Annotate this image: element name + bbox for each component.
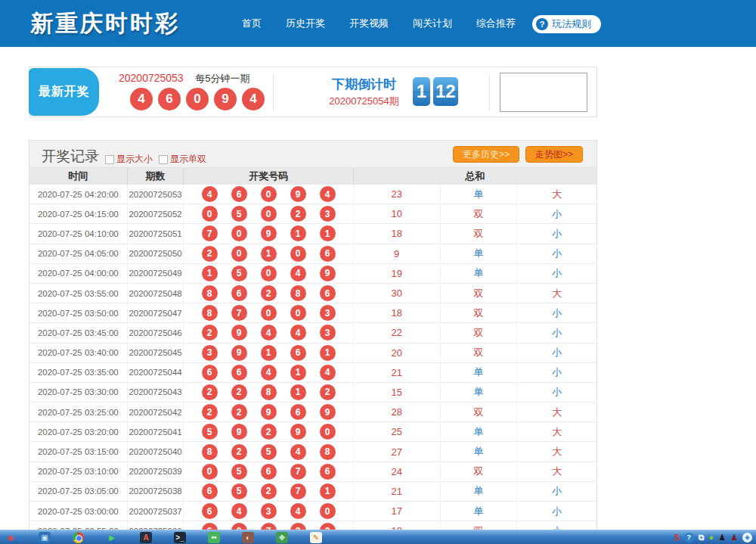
lottery-ball: 9: [261, 404, 277, 420]
row-odd-even: 单: [441, 264, 518, 283]
sogou-icon[interactable]: S: [674, 533, 679, 542]
row-odd-even: 双: [441, 343, 518, 362]
lottery-ball: 4: [261, 365, 277, 381]
windows-taskbar: ◉▣▶A>_••◐❖✎ S?⧉●♟♟◈: [0, 530, 756, 544]
row-period: 20200725038: [128, 482, 184, 501]
row-big-small: 大: [517, 185, 596, 204]
row-time: 2020-07-25 03:25:00: [29, 403, 128, 421]
show-bigsmall-checkbox[interactable]: 显示大小: [105, 153, 153, 166]
nav-item[interactable]: 历史开奖: [286, 17, 325, 30]
row-sum: 21: [354, 363, 441, 382]
current-period: 20200725053: [119, 72, 184, 84]
row-time: 2020-07-25 04:00:00: [29, 264, 128, 283]
launcher-icon[interactable]: ◉: [5, 532, 17, 543]
top-header: 新重庆时时彩 首页历史开奖开奖视频闯关计划综合推荐 ? 玩法规则: [0, 0, 756, 47]
row-time: 2020-07-25 03:45:00: [29, 323, 128, 342]
draw-frequency-note: 每5分钟一期: [195, 73, 249, 84]
table-row: 2020-07-25 03:20:00202007250415929025单大: [29, 422, 596, 442]
lottery-ball: 1: [290, 225, 306, 241]
table-row: 2020-07-25 04:15:00202007250520502310双小: [29, 204, 596, 224]
row-time: 2020-07-25 03:00:00: [29, 502, 128, 521]
notes-icon[interactable]: ✎: [310, 532, 322, 543]
lottery-ball: 0: [261, 305, 277, 321]
lottery-ball: 0: [290, 305, 306, 321]
rules-button[interactable]: ? 玩法规则: [532, 15, 601, 33]
lottery-ball: 1: [320, 345, 336, 361]
table-row: 2020-07-25 03:35:00202007250446641421单小: [29, 363, 596, 383]
show-oddeven-label: 显示单双: [170, 153, 206, 166]
row-odd-even: 双: [441, 284, 518, 303]
latest-draw-tab: 最新开奖: [29, 68, 99, 116]
lottery-ball: 9: [231, 345, 247, 361]
qq2-icon[interactable]: ♟: [730, 533, 738, 542]
my-computer-icon[interactable]: ▣: [39, 532, 51, 543]
lottery-ball: 6: [231, 365, 247, 381]
row-odd-even: 单: [441, 502, 518, 521]
col-period: 期数: [128, 168, 184, 185]
media-player-icon[interactable]: ▶: [106, 532, 118, 543]
table-row: 2020-07-25 04:20:00202007250534609423单大: [29, 185, 596, 204]
checkbox-icon[interactable]: [105, 155, 114, 164]
trend-chart-button[interactable]: 走势图>>: [525, 146, 583, 163]
table-row: 2020-07-25 03:30:00202007250432281215单小: [29, 383, 596, 403]
lottery-ball: 5: [202, 424, 218, 440]
lottery-ball: 9: [290, 424, 306, 440]
wechat-icon[interactable]: ••: [208, 532, 220, 543]
row-period: 20200725040: [128, 442, 184, 461]
more-history-button[interactable]: 更多历史>>: [453, 146, 519, 163]
row-period: 20200725037: [128, 502, 184, 521]
lottery-ball: 4: [261, 325, 277, 340]
row-period: 20200725052: [128, 204, 184, 223]
display-options: 显示大小 显示单双: [105, 153, 206, 166]
online-icon[interactable]: ●: [709, 533, 714, 542]
row-big-small: 小: [517, 521, 596, 530]
lottery-ball: 9: [320, 266, 336, 281]
show-oddeven-checkbox[interactable]: 显示单双: [159, 153, 206, 166]
messenger-icon[interactable]: ◈: [742, 533, 752, 542]
lottery-ball: 2: [202, 384, 218, 400]
row-period: 20200725039: [128, 462, 184, 481]
row-balls: 20106: [184, 244, 353, 263]
nav-item[interactable]: 闯关计划: [413, 17, 452, 30]
lottery-ball: 0: [202, 464, 218, 480]
lottery-ball: 2: [231, 404, 247, 420]
lottery-ball: 6: [202, 483, 218, 499]
nav-item[interactable]: 首页: [242, 17, 262, 30]
records-panel-header: 开奖记录 显示大小 显示单双 更多历史>> 走势图>>: [29, 141, 596, 168]
row-odd-even: 双: [441, 403, 518, 421]
rules-button-label: 玩法规则: [552, 17, 591, 31]
row-balls: 66414: [184, 363, 353, 382]
row-sum: 22: [354, 323, 441, 342]
row-odd-even: 双: [441, 521, 518, 530]
row-sum: 30: [354, 284, 441, 303]
game-icon[interactable]: ❖: [276, 532, 288, 543]
row-balls: 87003: [184, 303, 353, 322]
photo-icon[interactable]: ◐: [242, 532, 254, 543]
lottery-ball: 7: [290, 483, 306, 499]
nav-item[interactable]: 开奖视频: [349, 17, 389, 30]
qq-icon[interactable]: ♟: [718, 533, 726, 542]
lottery-ball: 8: [320, 444, 336, 460]
terminal-icon[interactable]: >_: [174, 532, 186, 543]
lottery-ball: 6: [320, 285, 336, 301]
lottery-ball: 2: [202, 246, 218, 262]
row-sum: 18: [354, 224, 441, 243]
lottery-ball: 3: [202, 345, 218, 361]
row-sum: 25: [354, 422, 441, 441]
nav-item[interactable]: 综合推荐: [476, 17, 516, 30]
row-time: 2020-07-25 04:15:00: [29, 204, 128, 223]
row-period: 20200725043: [128, 383, 184, 402]
photoshop-icon[interactable]: A: [140, 532, 152, 543]
row-balls: 29443: [184, 323, 353, 342]
row-big-small: 大: [517, 462, 596, 481]
lottery-ball: 4: [202, 186, 218, 202]
lottery-ball: 0: [261, 206, 277, 222]
clip-icon[interactable]: ⧉: [699, 533, 705, 542]
lottery-ball: 9: [320, 404, 336, 420]
help-icon[interactable]: ?: [684, 533, 694, 542]
lottery-ball: 6: [261, 464, 277, 480]
chrome-icon[interactable]: [73, 532, 84, 543]
row-time: 2020-07-25 03:40:00: [29, 343, 128, 362]
site-logo[interactable]: 新重庆时时彩: [30, 8, 180, 39]
checkbox-icon[interactable]: [159, 155, 168, 164]
